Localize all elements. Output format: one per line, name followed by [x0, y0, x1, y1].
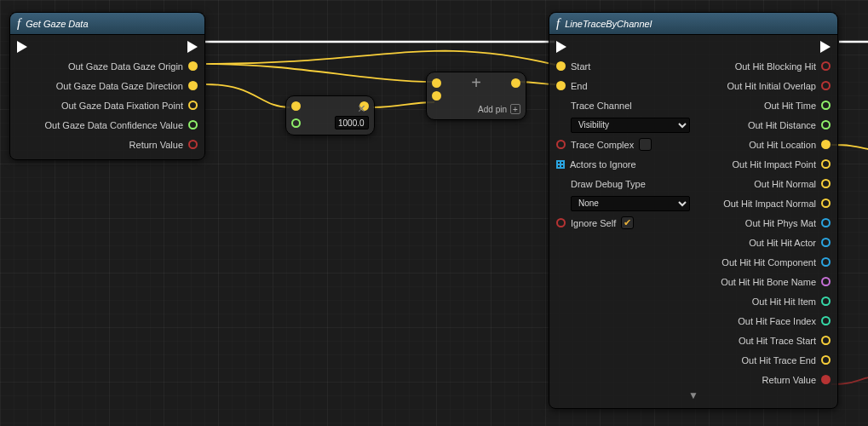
pin-ignore-self[interactable] [556, 218, 566, 227]
output-label: Out Hit Phys Mat [745, 218, 816, 228]
pin-add-result[interactable] [511, 78, 520, 88]
plus-icon: + [471, 78, 481, 88]
pin-hit-component[interactable] [821, 257, 831, 267]
function-icon: f [556, 16, 560, 31]
output-label: Out Hit Trace End [742, 355, 816, 366]
output-label: Return Value [129, 140, 183, 150]
pin-add-a[interactable] [432, 78, 441, 88]
pin-location[interactable] [821, 140, 831, 149]
pin-hit-actor[interactable] [821, 238, 831, 247]
output-label: Out Hit Trace Start [739, 336, 816, 346]
output-label: Out Hit Hit Bone Name [721, 277, 816, 287]
pin-face-index[interactable] [821, 316, 831, 325]
output-label: Out Hit Impact Point [733, 159, 816, 170]
input-label: Trace Channel [571, 101, 632, 111]
pin-distance[interactable] [821, 120, 831, 130]
pin-time[interactable] [821, 101, 831, 110]
pin-actors-to-ignore[interactable] [556, 160, 565, 169]
float-input[interactable] [335, 116, 369, 130]
output-label: Out Hit Hit Item [752, 296, 816, 307]
pin-start[interactable] [556, 61, 566, 71]
node-title: LineTraceByChannel [565, 19, 652, 29]
input-label: End [571, 81, 588, 91]
exec-in-pin[interactable] [556, 41, 566, 53]
exec-in-pin[interactable] [17, 41, 27, 53]
pin-multiply-b[interactable] [291, 118, 301, 128]
output-label: Out Hit Distance [748, 120, 816, 130]
trace-channel-select[interactable]: Visibility [571, 118, 690, 133]
node-title: Get Gaze Data [26, 19, 88, 29]
pin-normal[interactable] [821, 179, 831, 188]
pin-impact-point[interactable] [821, 159, 831, 169]
pin-gaze-origin[interactable] [188, 61, 198, 71]
add-pin-label: Add pin [478, 105, 507, 114]
output-label: Out Hit Location [749, 140, 816, 150]
pin-gaze-direction[interactable] [188, 81, 198, 90]
output-label: Out Hit Initial Overlap [727, 81, 816, 91]
multiply-icon: × [358, 101, 365, 117]
pin-phys-mat[interactable] [821, 218, 831, 227]
node-vector-add[interactable]: + Add pin + [426, 72, 526, 120]
pin-return-value[interactable] [821, 375, 831, 384]
pin-hit-item[interactable] [821, 296, 831, 306]
pin-blocking-hit[interactable] [821, 61, 831, 71]
add-pin-button[interactable]: Add pin + [432, 104, 520, 114]
output-label: Out Hit Face Index [738, 316, 816, 326]
output-label: Out Hit Impact Normal [723, 199, 816, 209]
pin-fixation-point[interactable] [188, 101, 198, 110]
draw-debug-select[interactable]: None [571, 196, 690, 211]
output-label: Out Hit Hit Actor [749, 238, 816, 248]
pin-trace-complex[interactable] [556, 140, 566, 149]
expand-node-chevron-icon[interactable]: ▼ [549, 389, 837, 403]
node-vector-multiply-float[interactable]: × [285, 95, 375, 135]
output-label: Out Hit Normal [754, 179, 816, 189]
pin-add-b[interactable] [432, 91, 441, 101]
output-label: Out Hit Blocking Hit [735, 61, 816, 72]
pin-hit-bone-name[interactable] [821, 277, 831, 286]
input-label: Ignore Self [571, 218, 616, 228]
input-label: Actors to Ignore [570, 159, 636, 170]
pin-confidence[interactable] [188, 120, 198, 130]
node-line-trace-by-channel[interactable]: f LineTraceByChannel Start Out Hit Block… [549, 12, 838, 409]
node-header[interactable]: f Get Gaze Data [10, 13, 204, 35]
output-label: Out Gaze Data Fixation Point [61, 101, 183, 111]
pin-multiply-a[interactable] [291, 101, 301, 111]
node-get-gaze-data[interactable]: f Get Gaze Data Out Gaze Data Gaze Origi… [9, 12, 205, 160]
output-label: Return Value [762, 375, 816, 385]
pin-end[interactable] [556, 81, 566, 90]
pin-initial-overlap[interactable] [821, 81, 831, 90]
plus-small-icon: + [510, 104, 520, 114]
function-icon: f [17, 16, 20, 31]
exec-out-pin[interactable] [187, 41, 198, 53]
ignore-self-checkbox[interactable] [621, 216, 634, 229]
exec-out-pin[interactable] [820, 41, 831, 53]
input-label: Start [571, 61, 590, 72]
input-label: Draw Debug Type [571, 179, 646, 189]
output-label: Out Gaze Data Gaze Origin [68, 61, 183, 72]
pin-return-value[interactable] [188, 140, 198, 149]
trace-complex-checkbox[interactable] [639, 138, 652, 151]
output-label: Out Gaze Data Confidence Value [45, 120, 183, 130]
pin-trace-start[interactable] [821, 336, 831, 345]
pin-impact-normal[interactable] [821, 199, 831, 208]
node-header[interactable]: f LineTraceByChannel [549, 13, 837, 35]
output-label: Out Hit Time [764, 101, 816, 111]
output-label: Out Hit Hit Component [721, 257, 816, 268]
pin-trace-end[interactable] [821, 355, 831, 365]
input-label: Trace Complex [571, 140, 634, 150]
output-label: Out Gaze Data Gaze Direction [56, 81, 183, 91]
